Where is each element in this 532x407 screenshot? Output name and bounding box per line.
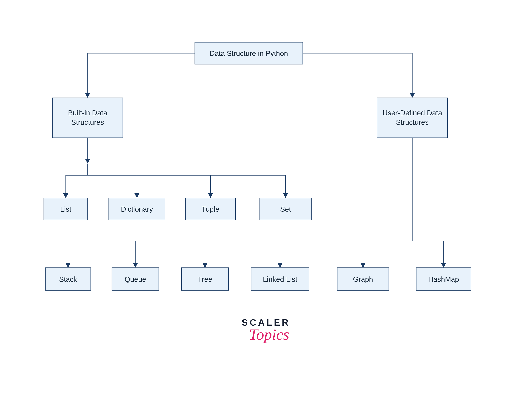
userdef-child-graph: Graph [337,268,389,290]
userdef-child-1-label: Queue [124,275,146,283]
root-label: Data Structure in Python [209,49,288,57]
svg-marker-16 [202,263,208,268]
builtin-child-tuple: Tuple [185,198,235,220]
logo-script-text: Topics [249,326,289,343]
svg-marker-9 [283,193,288,198]
userdef-child-2-label: Tree [198,275,212,283]
userdef-child-3-label: Linked List [263,275,297,283]
svg-marker-2 [410,93,415,98]
builtin-label-line2: Structures [71,118,104,126]
svg-rect-3 [52,98,123,138]
builtin-connector [63,138,288,198]
userdef-label-line1: User-Defined Data [383,109,442,117]
userdef-child-tree: Tree [182,268,228,290]
svg-marker-8 [208,193,213,198]
userdef-child-4-label: Graph [353,275,373,283]
builtin-child-1-label: Dictionary [121,205,153,213]
builtin-child-dictionary: Dictionary [109,198,165,220]
userdef-child-stack: Stack [45,268,91,290]
svg-marker-6 [63,193,68,198]
svg-rect-4 [377,98,447,138]
userdef-child-linkedlist: Linked List [251,268,309,290]
builtin-node: Built-in Data Structures [52,98,123,138]
userdef-child-0-label: Stack [59,275,77,283]
userdef-child-hashmap: HashMap [416,268,471,290]
userdef-child-queue: Queue [112,268,159,290]
builtin-child-3-label: Set [280,205,291,213]
userdef-node: User-Defined Data Structures [377,98,447,138]
svg-marker-17 [278,263,283,268]
userdef-child-5-label: HashMap [428,275,459,283]
root-node: Data Structure in Python [195,42,303,64]
builtin-child-set: Set [260,198,311,220]
logo: SCALER Topics [242,317,290,343]
builtin-child-0-label: List [60,205,71,213]
svg-marker-5 [85,159,90,164]
svg-marker-1 [85,93,90,98]
svg-marker-15 [133,263,138,268]
svg-marker-7 [134,193,139,198]
svg-marker-18 [361,263,365,268]
builtin-child-list: List [44,198,88,220]
builtin-label-line1: Built-in Data [68,109,107,117]
builtin-child-2-label: Tuple [201,205,219,213]
svg-marker-14 [66,263,70,268]
svg-marker-19 [441,263,446,268]
userdef-label-line2: Structures [396,118,429,126]
